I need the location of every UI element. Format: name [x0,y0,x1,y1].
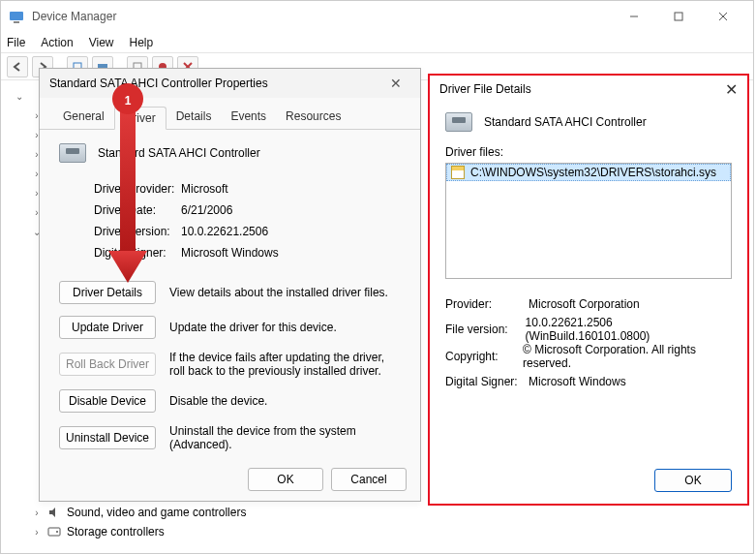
ok-button[interactable]: OK [248,468,323,491]
menu-bar: File Action View Help [1,32,753,53]
close-icon[interactable]: ✕ [725,80,738,99]
driver-details-button[interactable]: Driver Details [59,281,156,304]
close-button[interactable] [701,1,745,32]
dialog-title: Driver File Details [439,82,531,96]
cancel-button[interactable]: Cancel [331,468,407,491]
svg-point-13 [56,531,58,533]
update-driver-button[interactable]: Update Driver [59,316,156,339]
window-title: Device Manager [32,10,612,23]
value: Microsoft Windows [529,375,626,388]
svg-rect-3 [675,13,682,20]
dialog-title: Standard SATA AHCI Controller Properties [49,77,268,90]
menu-file[interactable]: File [7,36,25,49]
properties-dialog: Standard SATA AHCI Controller Properties… [39,68,421,502]
tab-strip: General Driver Details Events Resources [40,98,420,130]
dialog-titlebar[interactable]: Driver File Details ✕ [430,76,747,103]
value: Microsoft Corporation [529,297,640,311]
value: © Microsoft Corporation. All rights rese… [523,343,732,370]
description: Update the driver for this device. [169,321,403,334]
maximize-button[interactable] [656,1,701,32]
list-item[interactable]: C:\WINDOWS\system32\DRIVERS\storahci.sys [446,164,731,181]
ok-button[interactable]: OK [654,469,732,492]
tree-item-storage[interactable]: › Storage controllers [32,522,749,541]
label: Digital Signer: [445,375,529,388]
description: Uninstall the device from the system (Ad… [169,424,403,451]
svg-rect-0 [10,12,23,20]
uninstall-device-button[interactable]: Uninstall Device [59,426,156,449]
label: Provider: [445,297,529,311]
description: If the device fails after updating the d… [169,351,403,378]
file-properties: Provider:Microsoft Corporation File vers… [445,292,732,393]
description: Disable the device. [169,394,403,408]
driver-info: Driver Provider:Microsoft Driver Date:6/… [94,178,403,263]
file-icon [451,166,465,179]
minimize-button[interactable] [612,1,656,32]
menu-action[interactable]: Action [41,36,73,49]
driver-file-details-dialog: Driver File Details ✕ Standard SATA AHCI… [428,74,749,506]
label: Copyright: [445,350,523,363]
tab-general[interactable]: General [53,106,114,129]
svg-rect-1 [14,21,19,23]
roll-back-driver-button: Roll Back Driver [59,353,156,376]
back-button[interactable] [7,56,28,77]
value: 10.0.22621.2506 (WinBuild.160101.0800) [526,316,732,343]
disable-device-button[interactable]: Disable Device [59,389,156,413]
file-path: C:\WINDOWS\system32\DRIVERS\storahci.sys [470,166,716,179]
label: Driver Provider: [94,182,181,196]
description: View details about the installed driver … [169,286,403,299]
dialog-titlebar[interactable]: Standard SATA AHCI Controller Properties… [40,69,420,98]
value: Microsoft Windows [181,246,279,260]
value: 10.0.22621.2506 [181,225,268,238]
label: Digital Signer: [94,246,181,260]
close-icon[interactable]: ✕ [381,76,410,91]
label: File version: [445,323,526,336]
tab-driver[interactable]: Driver [114,107,166,130]
label: Driver Version: [94,225,181,238]
tab-details[interactable]: Details [166,106,222,129]
driver-files-list[interactable]: C:\WINDOWS\system32\DRIVERS\storahci.sys [445,163,732,279]
value: 6/21/2006 [181,203,232,217]
device-name: Standard SATA AHCI Controller [484,115,647,129]
storage-icon [47,526,61,538]
label: Driver Date: [94,203,181,217]
tab-resources[interactable]: Resources [276,106,350,129]
tree-item-label: Sound, video and game controllers [67,506,246,519]
driver-files-label: Driver files: [445,145,732,159]
value: Microsoft [181,182,228,196]
device-name: Standard SATA AHCI Controller [98,146,260,160]
tree-item-sound[interactable]: › Sound, video and game controllers [32,503,749,522]
device-icon [445,112,472,132]
tab-events[interactable]: Events [221,106,276,129]
window-buttons [612,1,745,32]
menu-view[interactable]: View [89,36,114,49]
titlebar: Device Manager [1,1,753,32]
menu-help[interactable]: Help [130,36,154,49]
tree-item-label: Storage controllers [67,525,165,539]
sound-icon [47,507,61,518]
device-icon [59,143,86,163]
app-icon [9,9,24,24]
svg-rect-12 [48,528,60,536]
